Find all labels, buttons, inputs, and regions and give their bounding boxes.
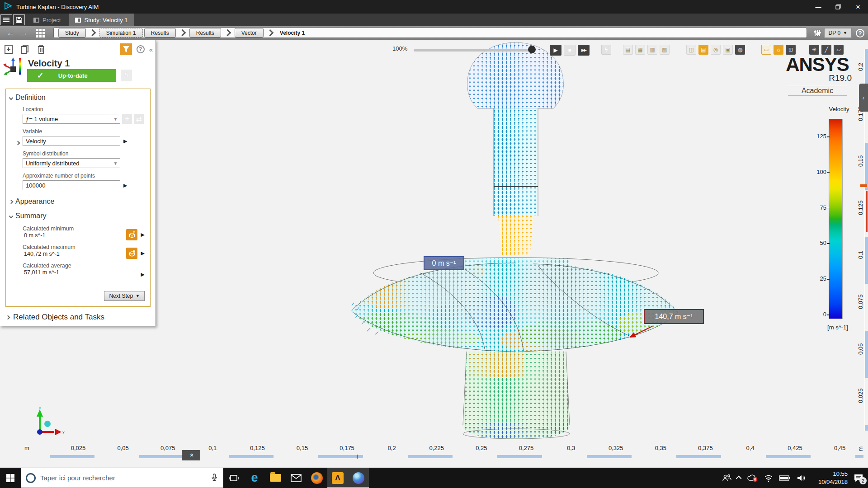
- location-select[interactable]: ƒ= 1 volume ▼: [23, 114, 120, 124]
- title-bar: Turbine Kaplan - Discovery AIM — ✕: [0, 0, 868, 14]
- plane-tool-icon[interactable]: ▱: [834, 45, 844, 55]
- scroll-indicator[interactable]: [866, 191, 868, 232]
- animation-slider-knob[interactable]: [528, 46, 536, 53]
- add-location-button[interactable]: +: [122, 114, 132, 124]
- tab-project[interactable]: Project: [27, 14, 67, 26]
- discovery-sphere-icon[interactable]: [348, 468, 369, 488]
- right-ruler-tick: 0,1: [857, 231, 864, 278]
- start-button[interactable]: [0, 468, 21, 488]
- breadcrumb-item[interactable]: Simulation 1: [99, 28, 143, 38]
- file-explorer-icon[interactable]: [265, 468, 286, 488]
- max-velocity-annotation[interactable]: 140,7 m s⁻¹: [644, 309, 704, 324]
- breadcrumb-item[interactable]: Study: [58, 28, 86, 38]
- microphone-icon[interactable]: [210, 474, 218, 483]
- fast-forward-button[interactable]: ▶▶: [578, 45, 590, 56]
- update-lightning-icon[interactable]: ϟ: [121, 70, 132, 81]
- tab-study-velocity-1[interactable]: Study: Velocity 1: [69, 14, 134, 26]
- symbol-display-icon[interactable]: ▣: [723, 45, 733, 55]
- back-icon[interactable]: ←: [6, 28, 15, 38]
- collapse-side-tab[interactable]: ‹: [859, 84, 868, 112]
- battery-icon[interactable]: [779, 475, 791, 481]
- expand-variable-icon[interactable]: [16, 138, 19, 146]
- expand-timeline-button[interactable]: »: [182, 450, 200, 460]
- taskbar-search[interactable]: [21, 468, 223, 488]
- avg-menu-icon[interactable]: ▶: [141, 272, 145, 277]
- firefox-icon[interactable]: [307, 468, 327, 488]
- onedrive-error-icon[interactable]: [747, 474, 758, 482]
- save-icon[interactable]: [13, 14, 25, 25]
- parameters-icon[interactable]: [815, 29, 820, 37]
- table-icon[interactable]: ▥: [647, 45, 657, 55]
- fit-view-icon[interactable]: ⊞: [786, 45, 796, 55]
- ansys-app-icon[interactable]: Λ: [327, 468, 348, 488]
- panel-help-icon[interactable]: ?: [137, 45, 145, 53]
- taskbar-search-input[interactable]: [40, 474, 206, 482]
- bottom-ruler-tick: 0,05: [108, 445, 137, 451]
- variable-menu-icon[interactable]: ▶: [123, 138, 127, 144]
- home-grid-icon[interactable]: [36, 29, 45, 38]
- breadcrumb: StudySimulation 1ResultsResultsVector Ve…: [53, 28, 807, 38]
- add-object-icon[interactable]: [3, 43, 14, 55]
- legend-toggle-icon[interactable]: ▤: [698, 45, 708, 55]
- ruler-toggle-icon[interactable]: ▭: [761, 45, 771, 55]
- edge-icon[interactable]: e: [244, 468, 265, 488]
- close-button[interactable]: ✕: [848, 0, 868, 14]
- points-menu-icon[interactable]: ▶: [123, 183, 127, 188]
- snapshot-icon[interactable]: ▤: [623, 45, 633, 55]
- filter-icon[interactable]: [120, 43, 132, 55]
- section-appearance[interactable]: Appearance: [9, 197, 150, 206]
- stop-button[interactable]: ■: [564, 45, 576, 56]
- design-point-select[interactable]: DP 0▼: [824, 28, 852, 38]
- breadcrumb-item[interactable]: Results: [144, 28, 176, 38]
- light-source-icon[interactable]: ☀: [809, 45, 819, 55]
- wifi-icon[interactable]: [764, 474, 773, 482]
- viewport[interactable]: 100% ▶■▶▶ ϟ ▤▦▥▧ ◫▤◎▣◍ ▭☼⊞ ☀╱▱ ANSYS R19…: [0, 40, 868, 468]
- probe-icon[interactable]: ◎: [711, 45, 721, 55]
- swap-location-button[interactable]: ⇄: [134, 114, 144, 124]
- bottom-ruler-tick: 0,225: [422, 445, 451, 451]
- points-label: Approximate number of points: [23, 173, 150, 179]
- bottom-ruler-tick: 0,15: [288, 445, 317, 451]
- section-plane-icon[interactable]: ◫: [686, 45, 696, 55]
- cortana-icon: [26, 473, 36, 483]
- report-icon[interactable]: ▧: [660, 45, 670, 55]
- breadcrumb-item[interactable]: Vector: [235, 28, 264, 38]
- duplicate-icon[interactable]: [19, 43, 31, 55]
- forward-icon[interactable]: →: [19, 28, 28, 38]
- related-objects-section[interactable]: Related Objects and Tasks: [6, 313, 104, 322]
- collapse-panel-icon[interactable]: «: [149, 46, 153, 53]
- min-velocity-annotation[interactable]: 0 m s⁻¹: [424, 256, 464, 270]
- mail-icon[interactable]: [286, 468, 307, 488]
- people-icon[interactable]: [722, 474, 731, 482]
- symbol-distribution-select[interactable]: Uniformly distributed ▼: [23, 158, 120, 168]
- measure-icon[interactable]: ╱: [821, 45, 831, 55]
- min-menu-icon[interactable]: ▶: [141, 232, 145, 238]
- axis-triad[interactable]: Y x: [22, 406, 67, 442]
- taskbar-clock[interactable]: 10:55 10/04/2018: [811, 470, 848, 486]
- scale-marker-icon[interactable]: ☼: [774, 45, 783, 55]
- show-hidden-icons-icon[interactable]: [736, 476, 742, 482]
- help-icon[interactable]: ?: [856, 29, 864, 38]
- menu-icon[interactable]: [0, 14, 12, 25]
- next-step-button[interactable]: Next Step▼: [104, 291, 145, 301]
- chart-icon[interactable]: ▦: [635, 45, 645, 55]
- restore-button[interactable]: [828, 0, 848, 14]
- points-input[interactable]: 100000: [23, 180, 120, 190]
- section-definition[interactable]: Definition: [9, 94, 150, 102]
- minimize-button[interactable]: —: [808, 0, 828, 14]
- speaker-icon[interactable]: [797, 474, 806, 482]
- animation-slider[interactable]: [414, 49, 532, 52]
- play-button[interactable]: ▶: [550, 45, 561, 56]
- location-label: Location: [23, 106, 150, 113]
- variable-input[interactable]: Velocity: [23, 136, 120, 146]
- breadcrumb-item[interactable]: Results: [189, 28, 221, 38]
- section-summary[interactable]: Summary: [9, 212, 150, 220]
- action-center-icon[interactable]: 2: [854, 474, 863, 483]
- locate-max-icon[interactable]: [126, 248, 137, 259]
- locate-min-icon[interactable]: [126, 229, 137, 240]
- shaded-exterior-icon[interactable]: ◍: [735, 45, 745, 55]
- task-view-icon[interactable]: [223, 468, 244, 488]
- evaluate-lightning-icon[interactable]: ϟ: [601, 45, 611, 55]
- delete-icon[interactable]: [35, 43, 47, 55]
- max-menu-icon[interactable]: ▶: [141, 250, 145, 256]
